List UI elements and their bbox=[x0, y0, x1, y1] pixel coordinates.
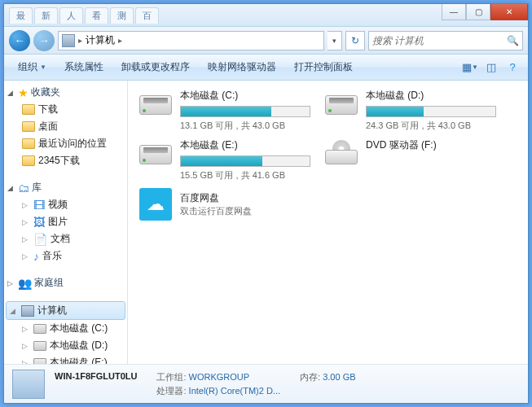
sidebar-item-desktop[interactable]: 桌面 bbox=[4, 118, 127, 135]
map-network-drive-button[interactable]: 映射网络驱动器 bbox=[200, 57, 284, 77]
sidebar-item-music[interactable]: ▷♪音乐 bbox=[4, 247, 127, 265]
status-computer-name: WIN-1F8FGLUT0LU bbox=[55, 371, 137, 383]
music-icon: ♪ bbox=[33, 250, 39, 263]
minimize-button[interactable]: — bbox=[442, 4, 466, 20]
view-options-button[interactable]: ▦▼ bbox=[461, 59, 479, 77]
drive-label: 本地磁盘 (D:) bbox=[366, 89, 496, 103]
preview-pane-button[interactable]: ◫ bbox=[482, 59, 500, 77]
sidebar-computer[interactable]: ◢计算机 bbox=[6, 301, 125, 320]
chevron-down-icon: ▼ bbox=[40, 63, 46, 71]
uninstall-programs-button[interactable]: 卸载或更改程序 bbox=[114, 57, 197, 77]
document-icon: 📄 bbox=[33, 233, 47, 246]
drive-e[interactable]: 本地磁盘 (E:) 15.5 GB 可用 , 共 41.6 GB bbox=[139, 138, 310, 182]
dvd-drive[interactable]: DVD 驱动器 (F:) bbox=[325, 138, 496, 182]
hard-drive-icon bbox=[139, 89, 172, 118]
computer-icon bbox=[21, 305, 34, 317]
search-icon: 🔍 bbox=[507, 35, 519, 46]
sidebar-favorites[interactable]: ◢★收藏夹 bbox=[4, 84, 127, 101]
drive-label: 本地磁盘 (E:) bbox=[180, 138, 310, 152]
homegroup-icon: 👥 bbox=[18, 277, 32, 290]
hard-drive-icon bbox=[325, 89, 358, 118]
drive-d[interactable]: 本地磁盘 (D:) 24.3 GB 可用 , 共 43.0 GB bbox=[325, 89, 496, 132]
main-pane[interactable]: 本地磁盘 (C:) 13.1 GB 可用 , 共 43.0 GB 本地磁盘 (D… bbox=[128, 81, 528, 364]
system-properties-button[interactable]: 系统属性 bbox=[57, 57, 111, 77]
sidebar-item-drive-c[interactable]: ▷本地磁盘 (C:) bbox=[4, 320, 127, 337]
status-workgroup: WORKGROUP bbox=[189, 372, 250, 382]
folder-icon bbox=[22, 104, 35, 115]
organize-menu[interactable]: 组织▼ bbox=[11, 57, 54, 77]
sidebar-item-drive-e[interactable]: ▷本地磁盘 (E:) bbox=[4, 354, 127, 364]
sidebar-item-pictures[interactable]: ▷🖼图片 bbox=[4, 213, 127, 230]
drive-icon bbox=[33, 324, 46, 334]
baidu-netdisk-icon: ☁ bbox=[139, 188, 172, 221]
maximize-button[interactable]: ▢ bbox=[466, 4, 490, 20]
capacity-bar bbox=[366, 106, 496, 117]
app-subtitle: 双击运行百度网盘 bbox=[180, 205, 252, 217]
capacity-bar bbox=[180, 155, 310, 167]
breadcrumb[interactable]: ▸ 计算机 ▸ bbox=[58, 31, 324, 50]
sidebar-item-videos[interactable]: ▷🎞视频 bbox=[4, 196, 127, 213]
drive-capacity-text: 15.5 GB 可用 , 共 41.6 GB bbox=[180, 169, 310, 182]
back-button[interactable]: ← bbox=[9, 30, 30, 51]
picture-icon: 🖼 bbox=[33, 216, 45, 229]
folder-icon bbox=[22, 138, 35, 149]
sidebar-item-drive-d[interactable]: ▷本地磁盘 (D:) bbox=[4, 337, 127, 354]
sidebar-homegroup[interactable]: ▷👥家庭组 bbox=[4, 274, 127, 291]
video-icon: 🎞 bbox=[33, 199, 45, 212]
library-icon: 🗂 bbox=[18, 182, 29, 195]
breadcrumb-item[interactable]: 计算机 bbox=[86, 33, 115, 47]
sidebar-item-2345[interactable]: 2345下载 bbox=[4, 152, 127, 169]
star-icon: ★ bbox=[18, 86, 29, 99]
breadcrumb-history-button[interactable]: ▾ bbox=[328, 31, 342, 50]
drive-icon bbox=[33, 358, 46, 365]
sidebar-item-recent[interactable]: 最近访问的位置 bbox=[4, 135, 127, 152]
status-memory: 3.00 GB bbox=[323, 372, 355, 382]
help-button[interactable]: ? bbox=[503, 59, 521, 77]
folder-icon bbox=[22, 155, 35, 166]
sidebar-item-downloads[interactable]: 下载 bbox=[4, 101, 127, 118]
nav-row: ← → ▸ 计算机 ▸ ▾ ↻ 🔍 bbox=[4, 27, 528, 55]
drive-label: DVD 驱动器 (F:) bbox=[366, 138, 496, 152]
app-name: 百度网盘 bbox=[180, 191, 252, 205]
status-bar: WIN-1F8FGLUT0LU 工作组: WORKGROUP 内存: 3.00 … bbox=[4, 364, 528, 403]
titlebar[interactable]: 最 新 人 看 测 百 — ▢ ✕ bbox=[4, 4, 528, 27]
status-cpu: Intel(R) Core(TM)2 D... bbox=[189, 386, 280, 396]
drive-capacity-text: 24.3 GB 可用 , 共 43.0 GB bbox=[366, 120, 496, 132]
drive-label: 本地磁盘 (C:) bbox=[180, 89, 310, 103]
dvd-drive-icon bbox=[325, 138, 358, 168]
close-button[interactable]: ✕ bbox=[490, 4, 528, 20]
sidebar-libraries[interactable]: ◢🗂库 bbox=[4, 179, 127, 196]
sidebar-item-documents[interactable]: ▷📄文档 bbox=[4, 230, 127, 247]
chevron-right-icon: ▸ bbox=[78, 36, 82, 45]
explorer-window: 最 新 人 看 测 百 — ▢ ✕ ← → ▸ 计算机 ▸ ▾ ↻ 🔍 组织▼ bbox=[3, 3, 529, 404]
refresh-button[interactable]: ↻ bbox=[345, 31, 365, 50]
forward-button[interactable]: → bbox=[33, 30, 55, 51]
open-control-panel-button[interactable]: 打开控制面板 bbox=[287, 57, 360, 77]
toolbar: 组织▼ 系统属性 卸载或更改程序 映射网络驱动器 打开控制面板 ▦▼ ◫ ? bbox=[4, 55, 528, 81]
folder-icon bbox=[22, 121, 35, 132]
search-box[interactable]: 🔍 bbox=[368, 31, 523, 50]
hard-drive-icon bbox=[139, 138, 172, 168]
capacity-bar bbox=[180, 106, 310, 117]
drive-icon bbox=[33, 341, 46, 351]
computer-icon bbox=[12, 370, 45, 399]
sidebar[interactable]: ◢★收藏夹 下载 桌面 最近访问的位置 2345下载 ◢🗂库 ▷🎞视频 ▷🖼图片… bbox=[4, 81, 128, 364]
drive-capacity-text: 13.1 GB 可用 , 共 43.0 GB bbox=[180, 120, 310, 132]
search-input[interactable] bbox=[372, 35, 503, 46]
baidu-netdisk-app[interactable]: ☁ 百度网盘 双击运行百度网盘 bbox=[139, 188, 310, 221]
chevron-right-icon: ▸ bbox=[118, 36, 122, 45]
computer-icon bbox=[62, 34, 75, 47]
drive-c[interactable]: 本地磁盘 (C:) 13.1 GB 可用 , 共 43.0 GB bbox=[139, 89, 310, 132]
